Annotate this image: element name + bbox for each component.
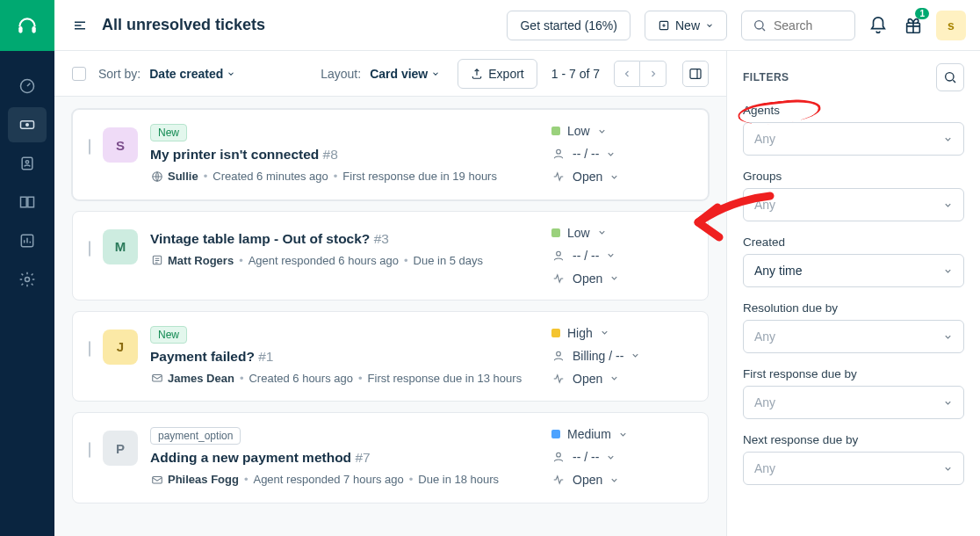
ticket-tag: New — [150, 326, 187, 344]
ticket-id: #3 — [374, 231, 389, 246]
svg-rect-19 — [153, 476, 162, 483]
svg-point-14 — [557, 149, 561, 154]
ticket-checkbox[interactable] — [89, 139, 90, 155]
nav-admin[interactable] — [8, 262, 47, 297]
ticket-checkbox[interactable] — [89, 442, 90, 458]
svg-point-18 — [557, 351, 561, 356]
svg-rect-17 — [153, 375, 162, 382]
filter-select[interactable]: Any — [743, 188, 964, 221]
filter-label: Next response due by — [743, 433, 964, 446]
filter-label: First response due by — [743, 367, 964, 380]
ticket-tag: New — [150, 124, 187, 141]
nav-tickets[interactable] — [8, 107, 47, 142]
search-input[interactable] — [774, 18, 844, 33]
menu-toggle-icon[interactable] — [72, 18, 88, 33]
list-toolbar: Sort by: Date created Layout: Card view … — [54, 51, 726, 97]
assignee-dropdown[interactable]: Billing / -- — [551, 349, 692, 363]
ticket-checkbox[interactable] — [89, 241, 90, 257]
sort-dropdown[interactable]: Date created — [149, 67, 235, 81]
ticket-meta: James Dean•Created 6 hours ago•First res… — [150, 370, 539, 388]
nav-analytics[interactable] — [8, 223, 47, 258]
ticket-card[interactable]: Ppayment_optionAdding a new payment meth… — [72, 412, 709, 503]
filter-label: Resolution due by — [743, 301, 964, 315]
toggle-filter-panel[interactable] — [682, 61, 709, 87]
ticket-card[interactable]: MVintage table lamp - Out of stock? #3Ma… — [72, 211, 709, 301]
left-nav — [0, 0, 54, 536]
status-dropdown[interactable]: Open — [551, 272, 692, 286]
svg-point-20 — [557, 453, 561, 457]
svg-rect-1 — [32, 26, 35, 33]
source-icon — [150, 474, 164, 486]
filter-label: Agents — [743, 104, 964, 117]
page-title: All unresolved tickets — [102, 16, 493, 34]
pager-prev[interactable] — [614, 61, 640, 87]
ticket-card[interactable]: JNewPayment failed? #1James Dean•Created… — [72, 311, 709, 402]
requester-avatar: J — [103, 330, 138, 365]
filter-label: Groups — [743, 170, 964, 183]
ticket-list: SNewMy printer isn't connected #8Sullie•… — [54, 97, 726, 536]
assignee-dropdown[interactable]: -- / -- — [551, 147, 692, 161]
ticket-meta: Phileas Fogg•Agent responded 7 hours ago… — [150, 471, 539, 489]
layout-dropdown[interactable]: Card view — [370, 67, 440, 81]
get-started-button[interactable]: Get started (16%) — [507, 11, 631, 40]
gift-icon[interactable]: 1 — [901, 13, 926, 38]
svg-point-16 — [557, 251, 561, 256]
svg-point-10 — [755, 20, 763, 28]
source-icon — [150, 254, 164, 266]
nav-dashboard[interactable] — [8, 69, 47, 104]
filter-select[interactable]: Any — [743, 386, 964, 419]
pager-text: 1 - 7 of 7 — [551, 67, 600, 81]
sort-label: Sort by: — [98, 67, 141, 81]
ticket-meta: Matt Rogers•Agent responded 6 hours ago•… — [150, 252, 539, 270]
ticket-checkbox[interactable] — [89, 341, 90, 357]
priority-dropdown[interactable]: High — [551, 326, 692, 340]
svg-rect-0 — [18, 26, 22, 33]
ticket-title[interactable]: Adding a new payment method #7 — [150, 450, 539, 466]
filter-label: Created — [743, 235, 964, 249]
requester-avatar: M — [103, 229, 138, 264]
select-all-checkbox[interactable] — [72, 67, 86, 81]
filter-select[interactable]: Any — [743, 122, 964, 156]
ticket-tag: payment_option — [150, 427, 241, 445]
ticket-card[interactable]: SNewMy printer isn't connected #8Sullie•… — [72, 109, 709, 200]
status-dropdown[interactable]: Open — [551, 170, 692, 184]
filter-select[interactable]: Any — [743, 452, 964, 485]
requester-avatar: P — [103, 431, 138, 466]
assignee-dropdown[interactable]: -- / -- — [551, 249, 692, 263]
status-dropdown[interactable]: Open — [551, 372, 692, 386]
filter-search-button[interactable] — [936, 63, 964, 91]
priority-dropdown[interactable]: Low — [551, 124, 692, 138]
brand-logo[interactable] — [0, 0, 54, 51]
filter-select[interactable]: Any — [743, 320, 964, 353]
filter-panel: FILTERS AgentsAnyGroupsAnyCreatedAny tim… — [727, 51, 980, 536]
ticket-id: #1 — [258, 349, 273, 364]
gift-badge: 1 — [915, 8, 929, 19]
source-icon — [150, 170, 164, 183]
filter-select[interactable]: Any time — [743, 254, 964, 287]
svg-point-21 — [946, 73, 954, 81]
new-button[interactable]: New — [645, 11, 727, 40]
user-avatar[interactable]: s — [936, 11, 966, 40]
ticket-title[interactable]: Payment failed? #1 — [150, 349, 539, 365]
nav-solutions[interactable] — [8, 185, 47, 220]
notifications-icon[interactable] — [866, 13, 890, 38]
export-button[interactable]: Export — [458, 59, 537, 89]
layout-label: Layout: — [321, 67, 361, 81]
assignee-dropdown[interactable]: -- / -- — [551, 450, 692, 464]
priority-dropdown[interactable]: Medium — [551, 427, 692, 441]
status-dropdown[interactable]: Open — [551, 473, 692, 487]
search-input-wrapper[interactable] — [741, 11, 855, 40]
filters-heading: FILTERS — [743, 71, 789, 83]
svg-point-8 — [25, 278, 30, 282]
ticket-title[interactable]: My printer isn't connected #8 — [150, 147, 539, 163]
priority-dropdown[interactable]: Low — [551, 226, 692, 240]
ticket-meta: Sullie•Created 6 minutes ago•First respo… — [150, 168, 539, 185]
topbar: All unresolved tickets Get started (16%)… — [54, 0, 980, 51]
ticket-id: #7 — [355, 450, 370, 465]
source-icon — [150, 372, 164, 384]
ticket-id: #8 — [323, 147, 338, 162]
pager-next[interactable] — [640, 61, 667, 87]
nav-contacts[interactable] — [8, 146, 47, 181]
svg-point-4 — [26, 124, 29, 127]
ticket-title[interactable]: Vintage table lamp - Out of stock? #3 — [150, 231, 539, 247]
